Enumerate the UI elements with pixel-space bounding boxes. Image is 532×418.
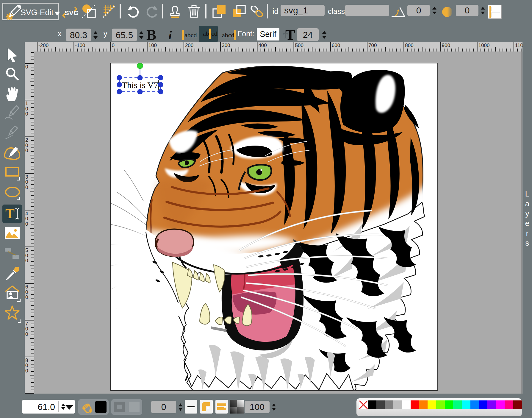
svg-text:0: 0 [25, 221, 28, 227]
svg-text:0: 0 [25, 294, 28, 300]
svg-text:3: 3 [25, 174, 28, 180]
svg-text:0: 0 [25, 179, 28, 185]
svg-text:200: 200 [185, 43, 193, 48]
svg-text:0: 0 [25, 64, 28, 70]
svg-text:1000: 1000 [478, 43, 490, 48]
svg-text:0: 0 [25, 106, 28, 112]
svg-text:1100: 1100 [515, 43, 522, 48]
svg-text:300: 300 [222, 43, 230, 48]
svg-text:0: 0 [25, 368, 28, 374]
svg-text:7: 7 [25, 321, 28, 327]
svg-text:5: 5 [25, 247, 28, 253]
svg-text:900: 900 [442, 43, 450, 48]
svg-text:0: 0 [112, 43, 115, 48]
svg-text:8: 8 [25, 358, 28, 363]
svg-text:0: 0 [25, 331, 28, 337]
svg-text:0: 0 [25, 185, 28, 190]
svg-text:2: 2 [25, 137, 28, 143]
svg-text:1: 1 [25, 101, 28, 106]
svg-text:800: 800 [405, 43, 413, 48]
svg-text:400: 400 [258, 43, 267, 48]
svg-text:0: 0 [25, 363, 28, 368]
svg-text:0: 0 [25, 326, 28, 332]
svg-text:500: 500 [295, 43, 303, 48]
svg-text:SVG: SVG [65, 9, 78, 17]
svg-text:0: 0 [25, 111, 28, 117]
svg-text:0: 0 [25, 143, 28, 148]
svg-text:0: 0 [25, 258, 28, 263]
svg-text:0: 0 [25, 148, 28, 153]
svg-text:0: 0 [25, 216, 28, 222]
svg-text:700: 700 [368, 43, 377, 48]
svg-text:-200: -200 [38, 43, 48, 48]
svg-text:6: 6 [25, 284, 28, 290]
svg-text:600: 600 [332, 43, 340, 48]
svg-text:-100: -100 [75, 43, 85, 48]
svg-text:0: 0 [25, 253, 28, 258]
svg-text:This is V7: This is V7 [122, 80, 158, 90]
svg-text:4: 4 [25, 211, 28, 216]
svg-text:0: 0 [25, 289, 28, 295]
